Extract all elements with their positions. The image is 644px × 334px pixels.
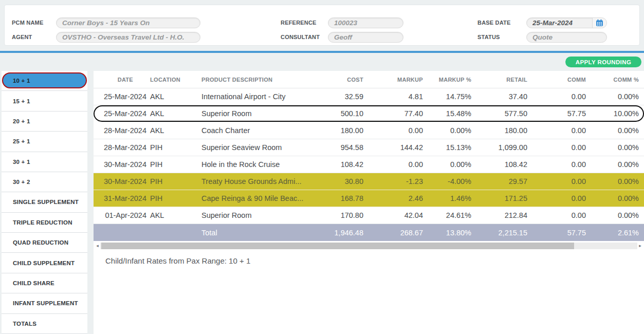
cell-location: AKL: [146, 211, 196, 219]
table-row[interactable]: 28-Mar-2024PIHSuperior Seaview Room954.5…: [94, 139, 644, 156]
reference-input[interactable]: [328, 17, 403, 28]
cell-comm: 0.00: [527, 177, 586, 185]
cell-markup_pct: 24.61%: [423, 211, 471, 219]
cell-markup_pct: 0.00%: [423, 160, 471, 169]
cell-comm_pct: 0.00%: [586, 92, 639, 101]
consultant-label: CONSULTANT: [281, 32, 320, 43]
column-header-product: PRODUCT DESCRIPTION: [196, 77, 304, 83]
cell-comm_pct: 0.00%: [586, 143, 639, 152]
cell-comm: 0.00: [527, 211, 586, 219]
cell-product: International Airport - City: [196, 92, 304, 101]
cell-date: 01-Apr-2024: [94, 211, 146, 219]
table-header-row: DATELOCATIONPRODUCT DESCRIPTIONCOSTMARKU…: [94, 71, 644, 88]
sidebar-item-label: INFANT SUPPLEMENT: [13, 300, 78, 306]
cell-comm_pct: 0.00%: [586, 126, 639, 135]
pax-range-sidebar: 10 + 115 + 120 + 125 + 130 + 130 + 2SING…: [2, 71, 87, 334]
cell-markup_pct: 1.46%: [423, 194, 471, 202]
cell-date: 25-Mar-2024: [94, 109, 146, 118]
consultant-input[interactable]: [328, 32, 403, 43]
cell-markup: 144.42: [363, 143, 423, 152]
base-date-input[interactable]: [527, 18, 592, 28]
table-row[interactable]: 28-Mar-2024AKLCoach Charter180.000.000.0…: [94, 122, 644, 139]
cell-comm_pct: 10.00%: [586, 109, 639, 118]
table-row[interactable]: 31-Mar-2024PIHCape Reinga & 90 Mile Beac…: [94, 190, 644, 207]
column-header-markup_pct: MARKUP %: [423, 77, 471, 83]
cell-date: 28-Mar-2024: [94, 126, 146, 135]
cell-comm_pct: 0.00%: [586, 194, 639, 202]
table-row[interactable]: 25-Mar-2024AKLSuperior Room500.1077.4015…: [94, 105, 644, 122]
sidebar-item-20-1[interactable]: 20 + 1: [2, 112, 87, 132]
cell-product: Superior Room: [196, 211, 304, 219]
calendar-icon[interactable]: [592, 18, 606, 28]
apply-rounding-button[interactable]: APPLY ROUNDING: [565, 57, 641, 67]
status-input[interactable]: [526, 32, 607, 43]
table-row[interactable]: 25-Mar-2024AKLInternational Airport - Ci…: [94, 88, 644, 105]
cell-comm_pct: 0.00%: [586, 160, 639, 169]
sidebar-item-quad-reduction[interactable]: QUAD REDUCTION: [2, 233, 87, 253]
costing-table-panel: DATELOCATIONPRODUCT DESCRIPTIONCOSTMARKU…: [94, 71, 644, 334]
column-header-location: LOCATION: [146, 77, 196, 83]
cell-markup_pct: 0.00%: [423, 126, 471, 135]
sidebar-item-label: 15 + 1: [13, 98, 30, 104]
table-body: 25-Mar-2024AKLInternational Airport - Ci…: [94, 88, 644, 224]
scrollbar-track[interactable]: [100, 243, 637, 249]
sidebar-item-label: 10 + 1: [13, 78, 30, 84]
sidebar-item-single-supplement[interactable]: SINGLE SUPPLEMENT: [2, 192, 87, 212]
total-cell-product: Total: [196, 229, 304, 237]
cell-comm: 0.00: [527, 92, 586, 101]
reference-label: REFERENCE: [281, 17, 317, 28]
sidebar-item-30-1[interactable]: 30 + 1: [2, 152, 87, 172]
cell-date: 25-Mar-2024: [94, 92, 146, 101]
cell-retail: 37.40: [471, 92, 527, 101]
cell-cost: 168.78: [304, 194, 363, 202]
cell-location: AKL: [146, 126, 196, 135]
cell-date: 31-Mar-2024: [94, 194, 146, 202]
cell-product: Hole in the Rock Cruise: [196, 160, 304, 169]
cell-retail: 1,099.00: [471, 143, 527, 152]
child-infant-rates-note: Child/Infant Rates from Pax Range: 10 + …: [105, 256, 644, 265]
cell-cost: 170.80: [304, 211, 363, 219]
sidebar-item-30-2[interactable]: 30 + 2: [2, 172, 87, 192]
cell-cost: 500.10: [304, 109, 363, 118]
agent-input[interactable]: [56, 32, 200, 43]
base-date-field: [526, 17, 607, 28]
cell-retail: 577.50: [471, 109, 527, 118]
total-cell-comm: 57.75: [527, 229, 586, 237]
cell-location: PIH: [146, 177, 196, 185]
cell-comm: 57.75: [527, 109, 586, 118]
cell-product: Superior Seaview Room: [196, 143, 304, 152]
table-row[interactable]: 30-Mar-2024PIHTreaty House Grounds Admi.…: [94, 173, 644, 190]
cell-product: Treaty House Grounds Admi...: [196, 177, 304, 185]
column-header-comm_pct: COMM %: [586, 77, 639, 83]
cell-cost: 108.42: [304, 160, 363, 169]
cell-comm: 0.00: [527, 126, 586, 135]
sidebar-item-label: TRIPLE REDUCTION: [13, 219, 72, 226]
horizontal-scrollbar[interactable]: ◂ ▸: [95, 242, 642, 249]
sidebar-item-triple-reduction[interactable]: TRIPLE REDUCTION: [2, 213, 87, 233]
sidebar-item-child-supplement[interactable]: CHILD SUPPLEMENT: [2, 253, 87, 273]
table-row[interactable]: 30-Mar-2024PIHHole in the Rock Cruise108…: [94, 156, 644, 173]
table-total-row: Total1,946.48268.6713.80%2,215.1557.752.…: [94, 224, 644, 241]
cell-date: 30-Mar-2024: [94, 177, 146, 185]
scroll-right-arrow-icon[interactable]: ▸: [638, 242, 642, 249]
sidebar-item-10-1[interactable]: 10 + 1: [2, 71, 87, 91]
column-header-retail: RETAIL: [471, 77, 527, 83]
cell-date: 28-Mar-2024: [94, 143, 146, 152]
cell-cost: 30.80: [304, 177, 363, 185]
sidebar-item-totals[interactable]: TOTALS: [2, 314, 87, 334]
cell-markup_pct: 15.48%: [423, 109, 471, 118]
sidebar-item-25-1[interactable]: 25 + 1: [2, 132, 87, 152]
cell-markup_pct: 15.13%: [423, 143, 471, 152]
scrollbar-thumb[interactable]: [101, 243, 574, 249]
sidebar-item-child-share[interactable]: CHILD SHARE: [2, 273, 87, 293]
table-row[interactable]: 01-Apr-2024AKLSuperior Room170.8042.0424…: [94, 207, 644, 224]
base-date-label: BASE DATE: [477, 17, 511, 28]
scroll-left-arrow-icon[interactable]: ◂: [95, 242, 100, 249]
cell-product: Superior Room: [196, 109, 304, 118]
sidebar-item-15-1[interactable]: 15 + 1: [2, 91, 87, 111]
cell-cost: 180.00: [304, 126, 363, 135]
total-cell-markup_pct: 13.80%: [423, 229, 471, 237]
sidebar-item-infant-supplement[interactable]: INFANT SUPPLEMENT: [2, 293, 87, 313]
pcm-name-input[interactable]: [56, 17, 200, 28]
cell-location: AKL: [146, 92, 196, 101]
